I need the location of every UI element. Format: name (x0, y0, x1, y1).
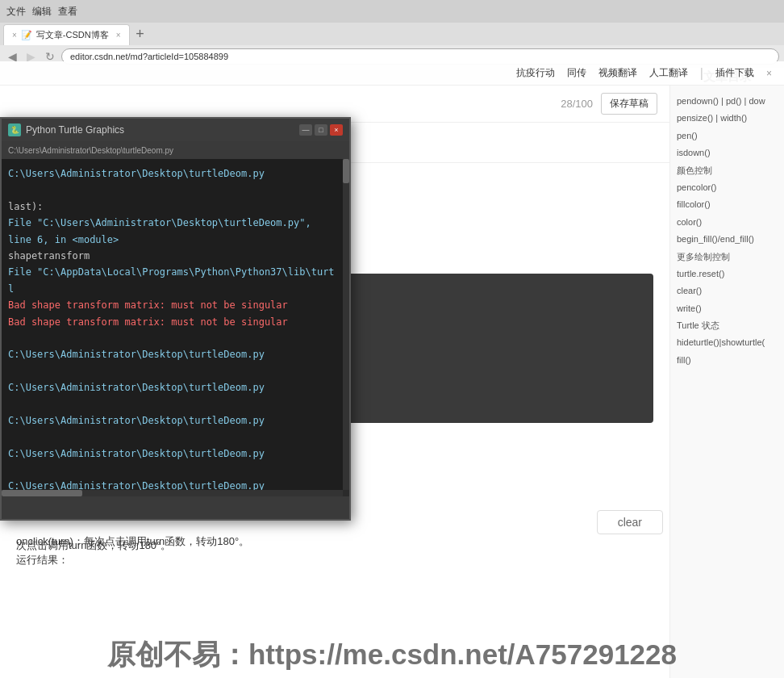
output-line-blank2 (8, 330, 336, 346)
output-line-blank4 (8, 396, 336, 412)
turtle-window-controls: — □ × (299, 124, 343, 136)
toc-item-10[interactable]: 更多绘制控制 (677, 249, 778, 266)
output-line-6: Bad shape transform matrix: must not be … (8, 297, 336, 313)
toc-item-15[interactable]: hideturtle()|showturtle( (677, 334, 778, 351)
result-label: 运行结果： (16, 553, 653, 567)
toc-item-16[interactable]: fill() (677, 352, 778, 369)
toc-item-2[interactable]: pensize() | width() (677, 110, 778, 127)
turtle-path: C:\Users\Administrator\Desktop\turtleDeo… (8, 146, 173, 155)
tab-close-btn[interactable]: × (116, 31, 121, 40)
browser-menu-file[interactable]: 文件 (6, 5, 26, 19)
save-draft-btn[interactable]: 保存草稿 (601, 93, 657, 115)
toc-item-7[interactable]: fillcolor() (677, 196, 778, 213)
output-line-3: File "C:\Users\Administrator\Desktop\tur… (8, 215, 336, 248)
close-btn[interactable]: × (330, 124, 343, 136)
output-line-7: Bad shape transform matrix: must not be … (8, 314, 336, 330)
output-line-blank3 (8, 363, 336, 379)
tab-favicon: 📝 (21, 30, 32, 40)
restore-btn[interactable]: □ (315, 124, 327, 136)
output-line-blank1 (8, 182, 336, 198)
browser-menu-view[interactable]: 查看 (58, 5, 77, 19)
turtle-vscroll-thumb[interactable] (343, 159, 349, 183)
bottom-left-text: 次点击调用turn函数，转动180°。 (16, 538, 171, 553)
toc-item-9[interactable]: begin_fill()/end_fill() (677, 231, 778, 248)
turtle-hscroll-thumb[interactable] (2, 490, 82, 496)
divider: | (700, 66, 703, 81)
turtle-console[interactable]: C:\Users\Administrator\Desktop\turtleDeo… (2, 159, 343, 496)
tab-title: 写文章-CSDN博客 (36, 29, 109, 41)
output-line-1: C:\Users\Administrator\Desktop\turtleDeo… (8, 165, 336, 182)
title-bar: 文件 编辑 查看 (0, 0, 784, 23)
turtle-statusbar (2, 496, 349, 519)
menu-human-translate[interactable]: 人工翻译 (649, 66, 688, 80)
turtle-window: 🐍 Python Turtle Graphics — □ × C:\Users\… (0, 117, 351, 521)
toc-item-14[interactable]: Turtle 状态 (677, 317, 778, 334)
turtle-vscrollbar[interactable] (343, 159, 349, 490)
tab-bar: × 📝 写文章-CSDN博客 × + (0, 23, 784, 45)
output-line-9: C:\Users\Administrator\Desktop\turtleDeo… (8, 379, 336, 396)
toc-item-11[interactable]: turtle.reset() (677, 266, 778, 282)
turtle-path-bar: C:\Users\Administrator\Desktop\turtleDeo… (2, 141, 349, 159)
menu-plugin[interactable]: 插件下载 (715, 66, 754, 80)
csdn-top-toolbar: 抗疫行动 同传 视频翻译 人工翻译 | 插件下载 × (0, 61, 784, 86)
toc-item-6[interactable]: pencolor() (677, 179, 778, 196)
output-line-10: C:\Users\Administrator\Desktop\turtleDeo… (8, 412, 336, 429)
turtle-window-title: Python Turtle Graphics (26, 124, 294, 136)
browser-chrome: 文件 编辑 查看 × 📝 写文章-CSDN博客 × + ◀ ▶ ↻ editor… (0, 0, 784, 61)
output-line-2: last): (8, 199, 336, 215)
browser-menu-edit[interactable]: 编辑 (32, 5, 52, 19)
active-tab[interactable]: × 📝 写文章-CSDN博客 × (3, 24, 130, 45)
minimize-btn[interactable]: — (299, 124, 312, 136)
output-line-5: File "C:\AppData\Local\Programs\Python\P… (8, 264, 336, 297)
toc-item-5[interactable]: 颜色控制 (677, 162, 778, 179)
turtle-titlebar: 🐍 Python Turtle Graphics — □ × (2, 119, 349, 141)
output-line-blank6 (8, 462, 336, 478)
menu-tongchuan[interactable]: 同传 (567, 66, 586, 80)
output-line-8: C:\Users\Administrator\Desktop\turtleDeo… (8, 346, 336, 362)
table-of-contents: 文章目录 pendown() | pd() | dow pensize() | … (669, 61, 784, 678)
new-tab-btn[interactable]: + (131, 25, 149, 43)
word-count: 28/100 (561, 98, 593, 110)
toc-item-1[interactable]: pendown() | pd() | dow (677, 93, 778, 110)
turtle-hscrollbar[interactable] (2, 490, 343, 496)
toc-item-4[interactable]: isdown() (677, 144, 778, 161)
toc-item-12[interactable]: clear() (677, 282, 778, 299)
toc-item-3[interactable]: pen() (677, 128, 778, 144)
top-close-btn[interactable]: × (766, 68, 772, 79)
clear-btn[interactable]: clear (597, 510, 663, 534)
output-line-blank5 (8, 429, 336, 445)
toc-item-13[interactable]: write() (677, 300, 778, 317)
turtle-title-icon: 🐍 (8, 123, 21, 136)
menu-kangyi[interactable]: 抗疫行动 (516, 66, 555, 80)
tab-close-x[interactable]: × (12, 31, 17, 40)
output-line-4: shapetransform (8, 248, 336, 264)
clear-button-container: clear (597, 510, 663, 534)
menu-video-translate[interactable]: 视频翻译 (598, 66, 637, 80)
toc-item-8[interactable]: color() (677, 214, 778, 231)
output-line-11: C:\Users\Administrator\Desktop\turtleDeo… (8, 446, 336, 462)
